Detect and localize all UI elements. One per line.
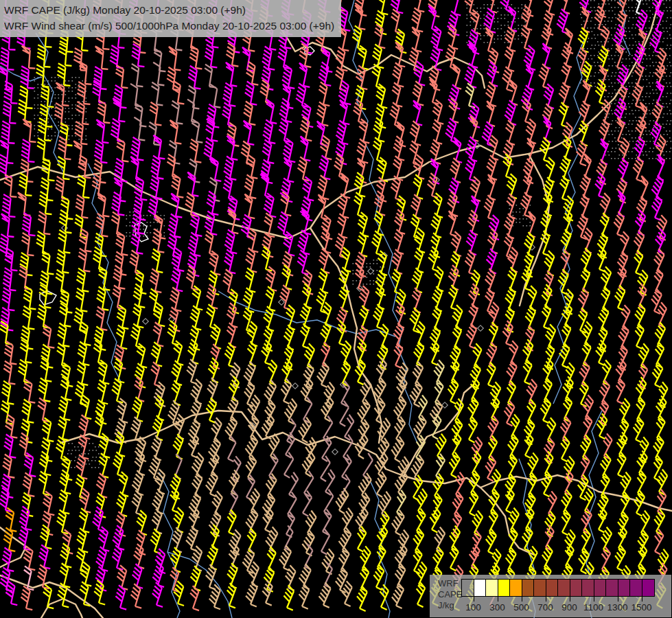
urban-dot <box>72 104 73 106</box>
urban-dot <box>647 93 648 94</box>
urban-dot <box>626 52 627 53</box>
urban-dot <box>650 17 651 19</box>
urban-dot <box>653 148 655 149</box>
urban-dot <box>669 103 671 104</box>
urban-dot <box>647 134 648 135</box>
legend-tick-label: 1300 <box>604 602 632 613</box>
urban-dot <box>513 211 514 213</box>
urban-dot <box>79 115 80 116</box>
urban-dot <box>522 42 523 43</box>
cape-legend: WRF CAPE J/kg 10030050070090011001300150… <box>430 575 671 617</box>
urban-dot <box>55 104 56 106</box>
urban-dot <box>55 135 56 137</box>
urban-dot <box>649 76 650 77</box>
urban-dot <box>509 208 511 209</box>
urban-dot <box>666 82 667 84</box>
urban-dot <box>72 77 73 78</box>
urban-dot <box>632 0 633 1</box>
urban-dot <box>501 25 502 26</box>
urban-dot <box>72 108 73 109</box>
urban-dot <box>74 467 76 468</box>
urban-dot <box>516 222 518 223</box>
urban-dot <box>79 104 80 106</box>
urban-dot <box>609 113 610 115</box>
legend-tick-mark <box>522 596 522 602</box>
urban-dot <box>580 62 581 63</box>
urban-dot <box>62 84 63 85</box>
urban-dot <box>616 100 617 101</box>
urban-dot <box>607 27 609 29</box>
urban-dot <box>150 232 152 233</box>
urban-dot <box>662 117 664 118</box>
urban-dot <box>38 132 39 133</box>
urban-dot <box>626 31 627 32</box>
urban-dot <box>583 48 585 49</box>
legend-color-swatch <box>594 580 607 596</box>
urban-dot <box>628 27 629 29</box>
urban-dot <box>669 124 671 125</box>
urban-dot <box>616 52 617 53</box>
urban-dot <box>656 89 657 91</box>
urban-dot <box>601 62 602 63</box>
urban-dot <box>594 7 595 8</box>
urban-dot <box>628 55 629 56</box>
urban-dot <box>45 80 46 82</box>
urban-dot <box>635 130 636 132</box>
urban-dot <box>667 106 669 108</box>
urban-dot <box>511 32 513 33</box>
urban-dot <box>662 124 664 125</box>
urban-dot <box>645 96 647 98</box>
urban-dot <box>652 110 653 111</box>
urban-dot <box>467 8 468 9</box>
urban-dot <box>616 72 617 73</box>
urban-dot <box>45 101 46 102</box>
urban-dot <box>41 115 43 116</box>
urban-dot <box>516 211 518 213</box>
urban-dot <box>518 38 520 40</box>
urban-dot <box>671 38 672 39</box>
urban-dot <box>594 82 595 84</box>
urban-dot <box>669 110 671 111</box>
urban-dot <box>669 158 671 159</box>
urban-dot <box>618 7 619 8</box>
urban-dot <box>602 3 603 5</box>
urban-dot <box>581 24 583 25</box>
urban-dot <box>72 80 73 82</box>
urban-dot <box>58 122 60 123</box>
urban-dot <box>614 62 616 63</box>
urban-dot <box>607 96 609 98</box>
urban-dot <box>653 72 655 73</box>
urban-dot <box>628 151 629 152</box>
urban-dot <box>38 87 39 89</box>
urban-dot <box>621 137 623 139</box>
urban-dot <box>595 86 596 87</box>
legend-tick-label: 100 <box>460 602 487 613</box>
urban-dot <box>633 17 634 19</box>
urban-dot <box>51 108 53 109</box>
urban-dot <box>88 460 89 461</box>
urban-dot <box>629 58 631 60</box>
urban-dot <box>612 65 614 67</box>
urban-dot <box>367 284 368 285</box>
urban-dot <box>642 76 643 77</box>
urban-dot <box>65 111 67 113</box>
urban-dot <box>660 148 662 149</box>
urban-dot <box>667 31 669 32</box>
urban-dot <box>602 79 603 80</box>
urban-dot <box>609 58 610 60</box>
urban-dot <box>649 110 650 111</box>
urban-dot <box>45 84 46 85</box>
urban-dot <box>518 18 520 19</box>
urban-dot <box>356 280 358 282</box>
urban-dot <box>377 270 378 271</box>
urban-dot <box>653 127 655 128</box>
urban-dot <box>612 113 614 115</box>
urban-dot <box>82 464 84 465</box>
urban-dot <box>669 76 671 77</box>
urban-dot <box>38 98 39 99</box>
urban-dot <box>487 35 489 36</box>
urban-dot <box>487 42 489 43</box>
urban-dot <box>377 263 378 264</box>
urban-dot <box>667 45 669 46</box>
urban-dot <box>666 96 667 98</box>
